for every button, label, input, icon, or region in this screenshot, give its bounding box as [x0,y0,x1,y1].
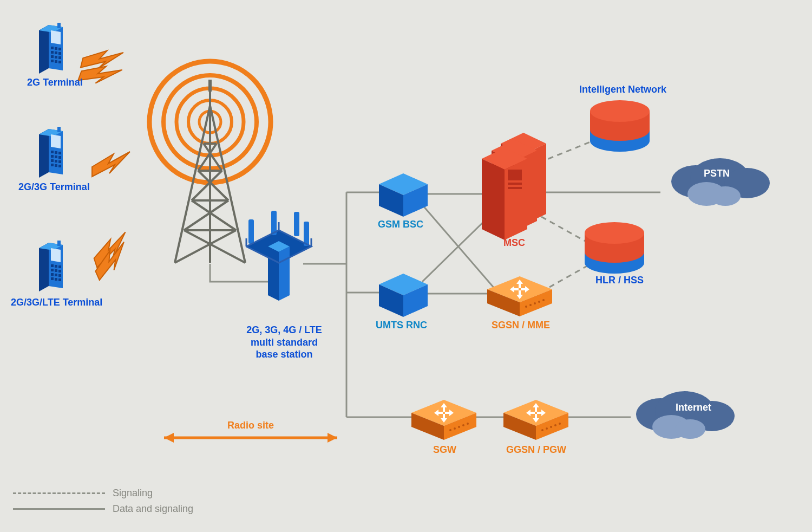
radio-site-label: Radio site [227,420,274,431]
gsm-bsc-icon [379,173,428,217]
internet-label: Internet [676,402,711,413]
pstn-label: PSTN [704,168,730,179]
phone-2g3glte-icon [39,241,63,291]
phone-2g-icon [39,23,63,74]
base-station-icon [246,211,311,301]
terminal-2g3g-label: 2G/3G Terminal [18,181,90,193]
terminal-2g3glte-label: 2G/3G/LTE Terminal [11,297,102,308]
svg-line-95 [422,214,492,282]
legend-signaling-label: Signaling [113,488,153,499]
intelligent-network-icon [590,100,650,152]
base-station-label-line2: multi standard [251,337,318,348]
pstn-cloud-icon [671,158,770,206]
radio-site-arrow-icon [164,433,337,443]
legend-both-label: Data and signaling [113,503,193,515]
ggsn-pgw-icon [503,400,568,440]
umts-rnc-label: UMTS RNC [376,320,427,331]
terminal-2g-label: 2G Terminal [27,77,83,88]
legend-dashed-line-icon [13,492,105,494]
legend-both: Data and signaling [13,503,193,515]
base-station-label-line3: base station [256,349,312,360]
sgsn-mme-label: SGSN / MME [492,320,550,331]
phone-2g3g-icon [39,127,63,178]
sgw-icon [411,400,476,440]
svg-line-102 [549,263,593,287]
legend: Signaling Data and signaling [13,483,193,519]
base-station-label: 2G, 3G, 4G / LTE multi standard base sta… [238,324,330,361]
internet-cloud-icon [636,391,735,439]
intelligent-network-label: Intelligent Network [579,84,666,95]
signaling-links [539,141,593,287]
msc-icon [482,133,546,240]
legend-signaling: Signaling [13,488,193,499]
msc-label: MSC [503,237,525,249]
radio-bolt-icon [92,152,130,177]
hlr-hss-label: HLR / HSS [595,275,644,286]
gsm-bsc-label: GSM BSC [378,219,423,230]
umts-rnc-icon [379,274,428,317]
diagram-stage: 2G Terminal 2G/3G Terminal 2G/3G/LTE Ter… [0,0,812,532]
sgsn-mme-icon [487,276,552,316]
hlr-hss-icon [585,222,644,274]
base-station-label-line1: 2G, 3G, 4G / LTE [246,325,322,335]
diagram-canvas [0,0,812,532]
sgw-label: SGW [433,444,456,456]
ggsn-pgw-label: GGSN / PGW [506,444,566,456]
svg-line-100 [539,141,593,163]
legend-solid-line-icon [13,508,105,510]
svg-line-101 [541,217,590,244]
